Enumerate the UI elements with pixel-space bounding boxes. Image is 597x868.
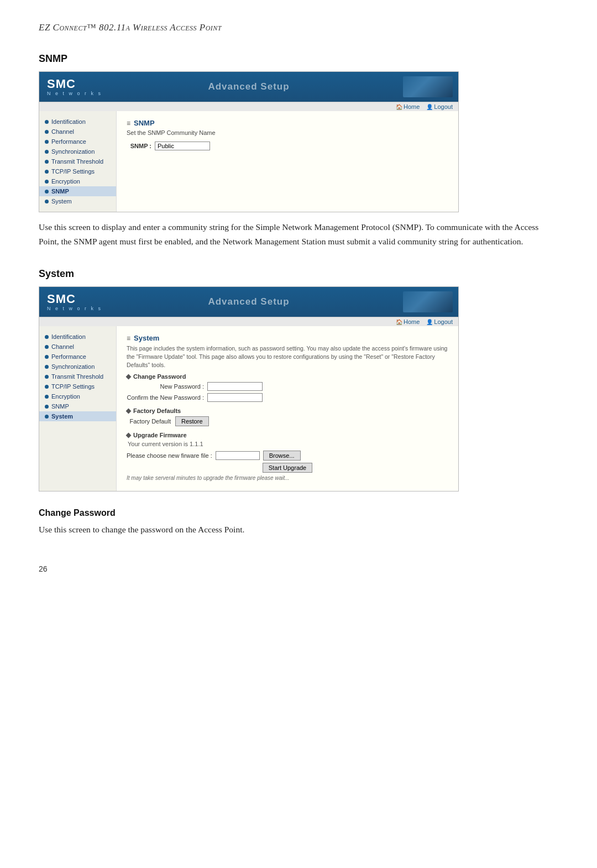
sidebar-item-snmp[interactable]: SNMP: [39, 186, 116, 196]
snmp-home-link[interactable]: 🏠 Home: [396, 103, 420, 110]
restore-button[interactable]: Restore: [175, 416, 209, 426]
system-home-link[interactable]: 🏠 Home: [396, 318, 420, 325]
system-panel: SMC N e t w o r k s Advanced Setup 🏠 Hom…: [39, 286, 459, 491]
logout-icon: 👤: [426, 319, 433, 325]
snmp-title-icon: ≡: [127, 119, 130, 127]
sidebar-label-identification: Identification: [51, 118, 86, 125]
sidebar-label-performance: Performance: [51, 138, 86, 145]
sidebar-item-system[interactable]: System: [39, 196, 116, 206]
snmp-panel-body: Identification Channel Performance Synch…: [39, 111, 458, 212]
snmp-content-subtitle: Set the SNMP Community Name: [127, 129, 448, 136]
new-password-label: New Password :: [127, 383, 204, 390]
sys-sidebar-label-synchronization: Synchronization: [51, 363, 95, 370]
dot-icon: [45, 385, 49, 389]
sys-sidebar-transmit-threshold[interactable]: Transmit Threshold: [39, 372, 116, 381]
sidebar-label-channel: Channel: [51, 128, 74, 135]
change-password-subsection: Change Password: [127, 373, 448, 380]
sys-sidebar-tcpip[interactable]: TCP/IP Settings: [39, 381, 116, 391]
logout-icon: 👤: [426, 104, 433, 110]
snmp-nav-bar: 🏠 Home 👤 Logout: [39, 102, 458, 111]
diamond-icon: [126, 374, 132, 379]
dot-icon: [45, 365, 49, 369]
sys-sidebar-label-encryption: Encryption: [51, 393, 80, 400]
snmp-sidebar: Identification Channel Performance Synch…: [39, 111, 117, 212]
sidebar-label-tcpip: TCP/IP Settings: [51, 168, 95, 175]
sys-sidebar-label-snmp: SNMP: [51, 403, 69, 410]
factory-row: Factory Default Restore: [127, 416, 448, 426]
snmp-advanced-setup-title: Advanced Setup: [208, 81, 289, 92]
dot-icon: [45, 160, 49, 164]
snmp-smc-header: SMC N e t w o r k s Advanced Setup: [39, 72, 458, 102]
home-icon: 🏠: [396, 104, 402, 110]
system-main-content: ≡ System This page includes the system i…: [117, 326, 458, 491]
upgrade-firmware-subsection: Upgrade Firmware: [127, 432, 448, 438]
browse-button[interactable]: Browse...: [263, 451, 301, 461]
sys-sidebar-label-transmit-threshold: Transmit Threshold: [51, 373, 103, 380]
confirm-password-row: Confirm the New Password :: [127, 393, 448, 402]
dot-icon: [45, 150, 49, 154]
sys-sidebar-label-channel: Channel: [51, 343, 74, 350]
dot-icon: [45, 120, 49, 124]
firmware-file-row: Please choose new firware file : Browse.…: [127, 451, 448, 461]
sidebar-label-encryption: Encryption: [51, 178, 80, 185]
sys-sidebar-system[interactable]: System: [39, 411, 116, 421]
sys-sidebar-snmp[interactable]: SNMP: [39, 401, 116, 411]
sidebar-item-synchronization[interactable]: Synchronization: [39, 147, 116, 156]
factory-default-btn-label: Factory Default: [127, 418, 171, 425]
snmp-header-image: [403, 76, 453, 97]
system-advanced-setup-title: Advanced Setup: [208, 296, 289, 307]
sys-sidebar-synchronization[interactable]: Synchronization: [39, 362, 116, 372]
snmp-logout-link[interactable]: 👤 Logout: [426, 103, 453, 110]
change-password-bottom-title: Change Password: [39, 508, 558, 518]
dot-icon: [45, 190, 49, 194]
new-password-input[interactable]: [207, 382, 263, 391]
system-panel-body: Identification Channel Performance Synch…: [39, 326, 458, 491]
sys-sidebar-channel[interactable]: Channel: [39, 342, 116, 352]
dot-icon: [45, 140, 49, 144]
sidebar-item-performance[interactable]: Performance: [39, 137, 116, 147]
sys-sidebar-identification[interactable]: Identification: [39, 332, 116, 342]
sidebar-item-transmit-threshold[interactable]: Transmit Threshold: [39, 156, 116, 166]
system-home-label: Home: [404, 318, 420, 325]
sidebar-label-system: System: [51, 198, 72, 205]
confirm-password-label: Confirm the New Password :: [127, 394, 204, 401]
factory-defaults-label: Factory Defaults: [133, 407, 181, 414]
system-header-image: [403, 291, 453, 312]
system-smc-logo-text: SMC: [47, 293, 76, 305]
snmp-smc-logo-text: SMC: [47, 78, 76, 90]
change-password-label: Change Password: [133, 373, 186, 380]
dot-icon: [45, 355, 49, 359]
header-title: EZ Connect™ 802.11a Wireless Access Poin…: [39, 22, 222, 33]
system-logout-link[interactable]: 👤 Logout: [426, 318, 453, 325]
sys-sidebar-label-system: System: [51, 413, 73, 420]
firmware-file-input[interactable]: [216, 451, 260, 460]
sys-sidebar-performance[interactable]: Performance: [39, 352, 116, 362]
sidebar-item-channel[interactable]: Channel: [39, 127, 116, 137]
snmp-field-input[interactable]: [155, 142, 210, 150]
sys-sidebar-label-performance: Performance: [51, 353, 86, 360]
dot-icon: [45, 200, 49, 203]
snmp-field-row: SNMP :: [127, 142, 448, 150]
snmp-smc-networks: N e t w o r k s: [47, 91, 102, 96]
snmp-content-title: ≡ SNMP: [127, 119, 448, 127]
system-content-title: ≡ System: [127, 334, 448, 342]
sys-sidebar-encryption[interactable]: Encryption: [39, 391, 116, 401]
change-password-bottom-desc: Use this screen to change the password o…: [39, 522, 558, 537]
start-upgrade-button[interactable]: Start Upgrade: [263, 463, 312, 473]
system-content-desc: This page includes the system informatio…: [127, 344, 448, 369]
sidebar-item-identification[interactable]: Identification: [39, 117, 116, 127]
system-smc-logo: SMC N e t w o r k s: [47, 293, 102, 311]
sidebar-label-synchronization: Synchronization: [51, 148, 95, 155]
system-section-title: System: [39, 268, 558, 280]
dot-icon: [45, 415, 49, 419]
dot-icon: [45, 180, 49, 184]
confirm-password-input[interactable]: [207, 393, 263, 402]
system-smc-networks: N e t w o r k s: [47, 306, 102, 311]
sidebar-item-tcpip[interactable]: TCP/IP Settings: [39, 166, 116, 176]
upgrade-firmware-label: Upgrade Firmware: [133, 432, 187, 438]
sys-sidebar-label-identification: Identification: [51, 333, 86, 340]
system-logout-label: Logout: [434, 318, 453, 325]
dot-icon: [45, 170, 49, 174]
sidebar-item-encryption[interactable]: Encryption: [39, 176, 116, 186]
upgrade-note: It may take serveral minutes to upgrade …: [127, 475, 448, 481]
